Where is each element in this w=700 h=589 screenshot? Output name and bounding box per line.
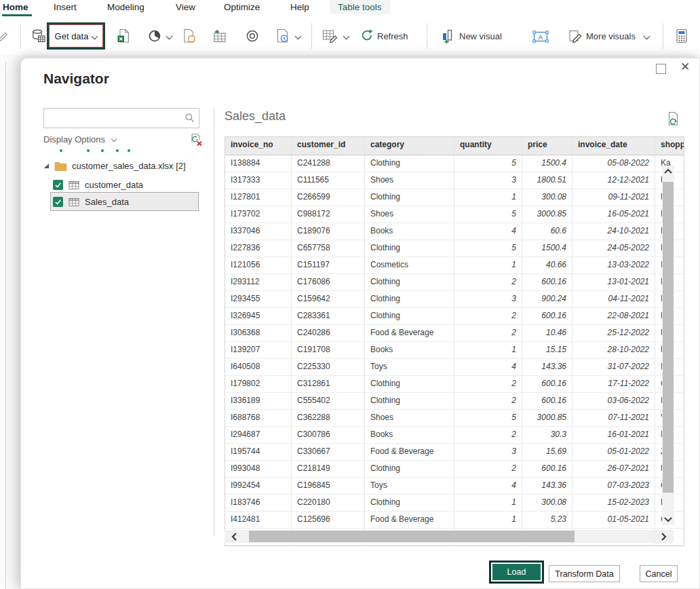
- refresh-unavailable-icon[interactable]: [189, 133, 203, 147]
- tab-view[interactable]: View: [176, 2, 195, 12]
- checkbox-checked[interactable]: [53, 197, 63, 207]
- scroll-right-icon[interactable]: [660, 532, 667, 542]
- annotation-dot: [128, 149, 130, 152]
- table-row: I336189 C555402 Clothing 2 600.16 03-06-…: [225, 393, 684, 410]
- enter-data-icon[interactable]: [212, 28, 227, 43]
- tab-optimize[interactable]: Optimize: [224, 2, 260, 12]
- load-button[interactable]: Load: [492, 564, 541, 580]
- chevron-down-icon[interactable]: [343, 33, 350, 40]
- format-painter-icon[interactable]: [0, 28, 9, 43]
- new-visual-icon[interactable]: [442, 28, 455, 43]
- display-options-dropdown[interactable]: Display Options: [43, 134, 116, 145]
- tab-table-tools[interactable]: Table tools: [330, 0, 390, 14]
- load-annotation-box: Load: [489, 560, 544, 584]
- tree-node-workbook[interactable]: customer_sales_data.xlsx [2]: [43, 158, 186, 173]
- column-header: shopp: [655, 137, 684, 155]
- table-row: I337046 C189076 Books 4 60.6 24-10-2021 …: [225, 223, 684, 240]
- scroll-down-icon[interactable]: [663, 516, 673, 523]
- transform-data-button[interactable]: Transform Data: [549, 565, 620, 582]
- text-box-icon[interactable]: A: [532, 30, 549, 43]
- vertical-scroll-thumb[interactable]: [663, 182, 674, 493]
- get-data-button[interactable]: Get data: [47, 22, 105, 50]
- table-name-label: Sales_data: [85, 197, 129, 207]
- dialog-title: Navigator: [43, 71, 109, 87]
- tab-modeling[interactable]: Modeling: [107, 2, 144, 12]
- table-row: I183746 C220180 Clothing 1 300.08 15-02-…: [225, 495, 684, 512]
- table-row: I294687 C300786 Books 2 30.3 16-01-2021 …: [225, 427, 684, 444]
- search-box: [43, 108, 199, 128]
- table-row: I138884 C241288 Clothing 5 1500.4 05-08-…: [225, 155, 684, 172]
- powerbi-window: Home Insert Modeling View Optimize Help …: [0, 0, 700, 589]
- horizontal-scrollbar[interactable]: [225, 530, 674, 543]
- caret-down-icon: [111, 136, 116, 142]
- column-header: customer_id: [292, 137, 365, 155]
- tab-help[interactable]: Help: [290, 2, 309, 12]
- annotation-dot: [101, 149, 104, 152]
- display-options-label: Display Options: [43, 134, 105, 145]
- annotation-dot: [60, 149, 62, 152]
- ribbon-divider: [663, 23, 663, 49]
- table-row: I306368 C240286 Food & Beverage 2 10.46 …: [225, 325, 684, 342]
- checkbox-checked[interactable]: [53, 180, 63, 190]
- table-name-label: customer_data: [85, 180, 143, 190]
- close-icon[interactable]: ✕: [680, 60, 690, 74]
- sql-server-icon[interactable]: [182, 28, 197, 43]
- svg-text:A: A: [539, 33, 543, 41]
- more-visuals-label[interactable]: More visuals: [586, 31, 636, 41]
- onelake-data-hub-icon[interactable]: [147, 28, 162, 43]
- scroll-left-icon[interactable]: [231, 532, 238, 542]
- workbook-file-label: customer_sales_data.xlsx [2]: [72, 161, 186, 171]
- refresh-icon[interactable]: [360, 28, 374, 42]
- tab-insert[interactable]: Insert: [54, 2, 77, 12]
- table-row: I195744 C330667 Food & Beverage 3 15.69 …: [225, 444, 684, 461]
- search-icon[interactable]: [184, 113, 195, 124]
- vertical-scrollbar[interactable]: [662, 166, 674, 525]
- calculator-icon[interactable]: [675, 28, 688, 43]
- table-row: I640508 C225330 Toys 4 143.36 31-07-2022…: [225, 359, 684, 376]
- preview-table: invoice_no customer_id category quantity…: [225, 136, 684, 546]
- dataverse-icon[interactable]: [245, 28, 260, 43]
- search-input[interactable]: [47, 111, 182, 127]
- chevron-down-icon[interactable]: [644, 33, 650, 40]
- table-row: I688768 C362288 Shoes 5 3000.85 07-11-20…: [225, 410, 684, 427]
- column-header: price: [522, 137, 572, 155]
- preview-table-body: I138884 C241288 Clothing 5 1500.4 05-08-…: [225, 155, 684, 546]
- chevron-down-icon[interactable]: [295, 33, 302, 40]
- get-data-icon[interactable]: [31, 28, 46, 43]
- tree-node-sales-data[interactable]: Sales_data: [53, 193, 129, 210]
- refresh-preview-icon[interactable]: [667, 111, 680, 126]
- more-visuals-icon[interactable]: [568, 28, 583, 43]
- scroll-up-icon[interactable]: [663, 168, 673, 175]
- table-row: I317333 C111565 Shoes 3 1800.51 12-12-20…: [225, 172, 684, 189]
- horizontal-scroll-thumb[interactable]: [249, 531, 575, 542]
- table-row: I173702 C988172 Shoes 5 3000.85 16-05-20…: [225, 206, 684, 223]
- table-row: I293455 C159642 Clothing 3 900.24 04-11-…: [225, 291, 684, 308]
- new-visual-label[interactable]: New visual: [459, 31, 502, 41]
- maximize-button[interactable]: [656, 64, 666, 74]
- table-row: I127801 C266599 Clothing 1 300.08 09-11-…: [225, 189, 684, 206]
- expand-triangle-icon[interactable]: [43, 163, 50, 169]
- table-row: I293112 C176086 Clothing 2 600.16 13-01-…: [225, 274, 684, 291]
- tab-home[interactable]: Home: [3, 2, 28, 12]
- cancel-button[interactable]: Cancel: [640, 565, 678, 582]
- preview-table-header: invoice_no customer_id category quantity…: [225, 137, 684, 155]
- ribbon: Get data: [0, 18, 700, 56]
- table-row: I993048 C218149 Clothing 2 600.16 26-07-…: [225, 461, 684, 478]
- table-row: I227836 C657758 Clothing 5 1500.4 24-05-…: [225, 240, 684, 257]
- preview-table-title: Sales_data: [225, 109, 286, 124]
- recent-sources-icon[interactable]: [276, 28, 290, 43]
- table-row: I412481 C125696 Food & Beverage 1 5.23 0…: [225, 512, 684, 529]
- table-row: I139207 C191708 Books 1 15.15 28-10-2022…: [225, 342, 684, 359]
- chevron-down-icon: [92, 33, 98, 39]
- transform-data-icon[interactable]: [322, 28, 338, 43]
- annotation-dot: [116, 149, 119, 152]
- menu-bar: Home Insert Modeling View Optimize Help …: [0, 0, 700, 18]
- tree-node-customer-data[interactable]: customer_data: [53, 176, 143, 193]
- excel-workbook-icon[interactable]: [117, 28, 130, 43]
- refresh-label[interactable]: Refresh: [377, 31, 408, 41]
- get-data-label: Get data: [55, 31, 89, 41]
- column-header: invoice_date: [572, 137, 655, 155]
- table-row: I121056 C151197 Cosmetics 1 40.66 13-03-…: [225, 257, 684, 274]
- chevron-down-icon[interactable]: [166, 33, 173, 40]
- annotation-dot: [87, 149, 90, 152]
